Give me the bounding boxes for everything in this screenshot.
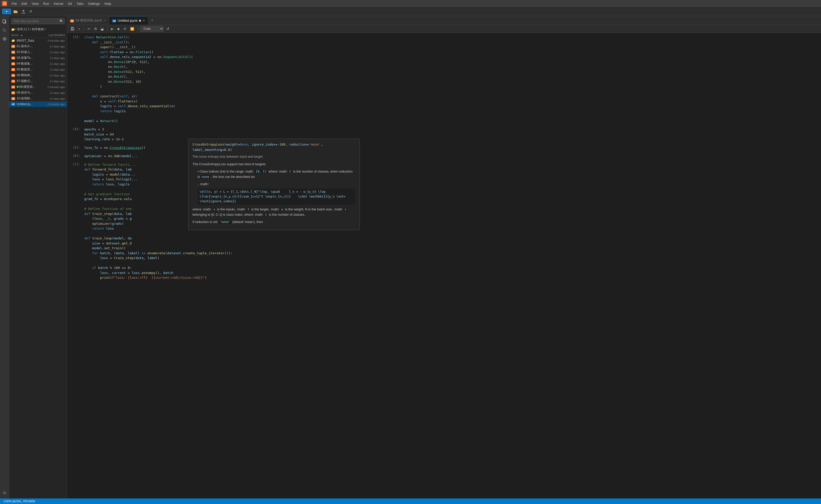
- list-item[interactable]: nb 08-模型训... 2 minutes ago: [9, 84, 67, 90]
- list-item[interactable]: nb 10-使用静... 11 days ago: [9, 96, 67, 101]
- menu-settings[interactable]: Settings: [86, 1, 102, 6]
- tooltip-popup: CrossEntropyLoss(weight=None, ignore_ind…: [188, 139, 360, 230]
- extensions-icon[interactable]: [1, 35, 8, 42]
- tab-08-model[interactable]: nb 08-模型训练.ipynb ✕: [67, 16, 109, 25]
- file-list: 📁 MNIST_Data 3 minutes ago nb 01-基本介... …: [9, 38, 67, 498]
- new-launcher-button[interactable]: +: [2, 9, 11, 14]
- tab-bar: nb 08-模型训练.ipynb ✕ nb Untitled.ipynb ✕ +: [67, 16, 821, 25]
- search-panel-icon[interactable]: [1, 27, 8, 34]
- notebook-icon: nb: [11, 68, 15, 72]
- tab-close-button[interactable]: ✕: [103, 19, 106, 22]
- svg-rect-4: [4, 37, 5, 39]
- tab-label: Untitled.ipynb: [118, 19, 138, 22]
- file-modified: 11 days ago: [42, 45, 65, 48]
- activity-bar: [0, 16, 9, 498]
- cell-number: [5]:: [67, 144, 82, 152]
- breadcrumb-folder-icon: 📁: [11, 28, 15, 31]
- open-folder-button[interactable]: [12, 9, 19, 15]
- editor-area: nb 08-模型训练.ipynb ✕ nb Untitled.ipynb ✕ +: [67, 16, 821, 498]
- list-item[interactable]: nb Untitled.ip... 2 minutes ago: [9, 101, 67, 107]
- file-name: 10-使用静...: [17, 96, 42, 101]
- list-item[interactable]: nb 02-快速入... 11 days ago: [9, 49, 67, 55]
- stop-kernel-button[interactable]: ■: [116, 26, 121, 32]
- list-item[interactable]: nb 05-数据变... 11 days ago: [9, 67, 67, 72]
- folder-icon: [14, 10, 18, 14]
- col-name-header[interactable]: Name ▲: [11, 34, 37, 37]
- list-item[interactable]: nb 04-数据集... 11 days ago: [9, 61, 67, 67]
- main-layout: 🔍 📁 / 初学入门 / 初学教程 / Name ▲ Last Modified…: [0, 16, 821, 498]
- toolbar-separator: [84, 26, 84, 31]
- notebook-icon: nb: [11, 102, 15, 106]
- file-name: 08-模型训...: [17, 85, 42, 89]
- code-cell-6: [6]: optimizer = nn.SGD(model...: [67, 152, 821, 160]
- tooltip-description: The cross entropy loss between input and…: [193, 154, 355, 159]
- menu-kernel[interactable]: Kernel: [52, 1, 65, 6]
- tab-close-button[interactable]: ✕: [143, 19, 145, 22]
- menu-tabs[interactable]: Tabs: [74, 1, 85, 6]
- menu-view[interactable]: View: [30, 1, 41, 6]
- restart-kernel-button[interactable]: ↺: [122, 26, 128, 32]
- file-modified: 2 minutes ago: [42, 86, 65, 89]
- svg-point-1: [3, 29, 5, 31]
- list-item[interactable]: nb 06-网络构... 11 days ago: [9, 72, 67, 78]
- file-name: Untitled.ip...: [17, 102, 42, 106]
- file-toolbar: + ↺: [0, 7, 821, 16]
- toolbar-separator: [138, 26, 138, 31]
- notebook-icon: nb: [11, 85, 15, 89]
- file-name: 02-快速入...: [17, 50, 42, 54]
- file-modified: 11 days ago: [42, 97, 65, 100]
- files-icon[interactable]: [1, 18, 8, 25]
- notebook-icon: nb: [11, 91, 15, 95]
- add-tab-button[interactable]: +: [148, 18, 156, 23]
- notebook-icon: nb: [11, 97, 15, 101]
- notebook-icon: nb: [11, 73, 15, 77]
- cell-number: [3]:: [67, 33, 82, 125]
- paste-button[interactable]: ⬓: [99, 26, 105, 32]
- code-editor[interactable]: [3]: class Network(nn.Cell): def __init_…: [67, 33, 821, 498]
- tab-icon: nb: [70, 19, 74, 22]
- list-item[interactable]: nb 03-张量Te... 11 days ago: [9, 55, 67, 61]
- code-cell-7: [7]: # Define forward functi... def forw…: [67, 161, 821, 282]
- tab-icon: nb: [112, 19, 116, 22]
- notebook-icon: nb: [11, 50, 15, 54]
- menu-edit[interactable]: Edit: [19, 1, 29, 6]
- menu-run[interactable]: Run: [41, 1, 51, 6]
- list-item[interactable]: nb 01-基本介... 11 days ago: [9, 43, 67, 49]
- file-search-input[interactable]: [11, 18, 65, 24]
- list-item[interactable]: 📁 MNIST_Data 3 minutes ago: [9, 38, 67, 43]
- status-bar: CSDN @2301_79516858: [0, 498, 821, 504]
- file-modified: 11 days ago: [42, 57, 65, 60]
- save-button[interactable]: [69, 26, 76, 31]
- menu-file[interactable]: File: [10, 1, 19, 6]
- upload-button[interactable]: [20, 9, 27, 14]
- menu-git[interactable]: Git: [66, 1, 74, 6]
- notebook-icon: nb: [11, 62, 15, 66]
- file-table-header: Name ▲ Last Modified: [9, 33, 67, 38]
- file-name: 03-张量Te...: [17, 56, 42, 60]
- tooltip-body: The CrossEntropyLoss support two kind of…: [193, 162, 355, 225]
- settings-icon[interactable]: [1, 489, 8, 496]
- file-name: 05-数据变...: [17, 67, 42, 72]
- file-modified: 11 days ago: [42, 62, 65, 65]
- notebook-icon: nb: [11, 79, 15, 83]
- cell-code[interactable]: class Network(nn.Cell): def __init__(sel…: [82, 33, 821, 125]
- cut-button[interactable]: ✂: [86, 26, 92, 32]
- app-logo: JS: [2, 1, 7, 6]
- tab-untitled[interactable]: nb Untitled.ipynb ✕: [109, 16, 148, 25]
- restart-run-button[interactable]: ⏩: [129, 26, 136, 32]
- svg-point-6: [4, 492, 5, 494]
- refresh-button[interactable]: ↺: [28, 9, 34, 14]
- file-modified: 11 days ago: [42, 68, 65, 71]
- menu-help[interactable]: Help: [102, 1, 113, 6]
- cell-number: [7]:: [67, 161, 82, 282]
- run-cell-button[interactable]: ▶: [110, 26, 115, 32]
- list-item[interactable]: nb 09-保存与... 11 days ago: [9, 90, 67, 96]
- list-item[interactable]: nb 07-函数式... 11 days ago: [9, 78, 67, 84]
- code-cell-4: [4]: epochs = 3 batch_size = 64 learning…: [67, 125, 821, 143]
- notebook-icon: nb: [11, 44, 15, 48]
- kernel-restart-button[interactable]: ↺: [165, 26, 171, 32]
- svg-rect-3: [5, 38, 6, 40]
- copy-button[interactable]: ⧉: [93, 26, 98, 32]
- cell-type-select[interactable]: Code Markdown Raw: [140, 26, 164, 32]
- add-cell-button[interactable]: +: [77, 26, 82, 32]
